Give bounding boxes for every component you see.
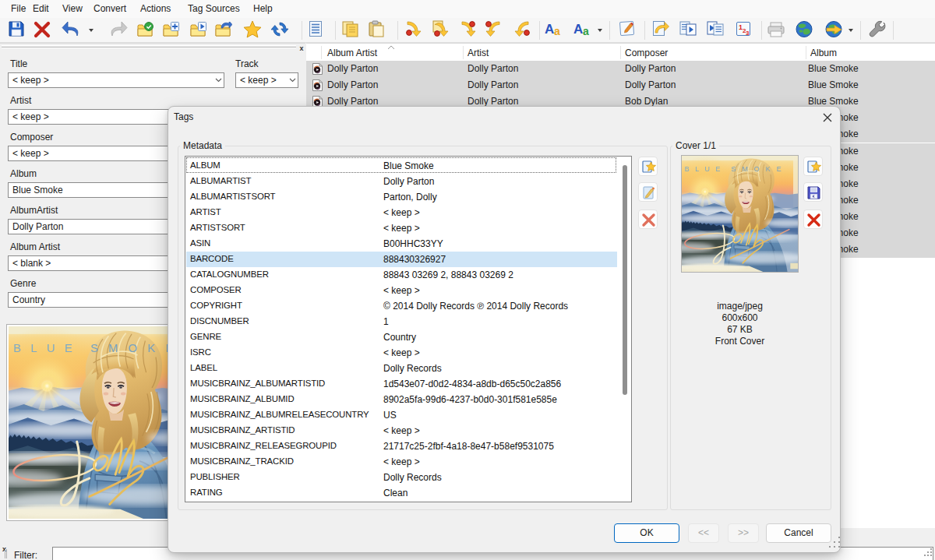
svg-text:a: a (583, 25, 589, 37)
svg-text:A: A (573, 22, 583, 37)
svg-text:a: a (554, 25, 560, 37)
svg-text:3: 3 (746, 30, 750, 37)
svg-text:A: A (545, 22, 554, 37)
